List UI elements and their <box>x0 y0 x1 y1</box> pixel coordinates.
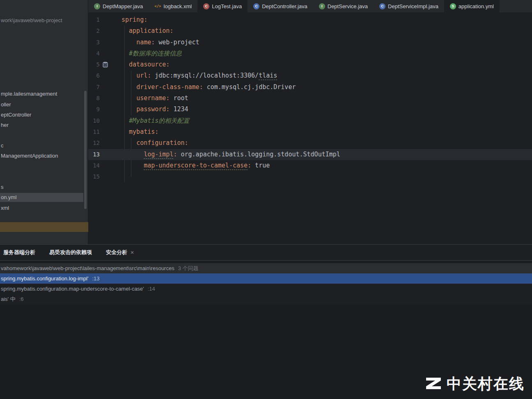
token <box>122 50 129 57</box>
problem-row[interactable]: ais' 中:6 <box>0 294 532 304</box>
code-line-8[interactable]: 8 username: root <box>88 93 532 104</box>
tab-label: LogTest.java <box>212 3 242 9</box>
code-line-13[interactable]: 13 log-impl: org.apache.ibatis.logging.s… <box>88 149 532 160</box>
code-text: username: root <box>111 93 188 104</box>
sidebar-item[interactable]: on.yml <box>0 193 83 202</box>
sidebar-item[interactable]: xml <box>0 204 88 213</box>
code-line-14[interactable]: 14 map-underscore-to-camel-case: true <box>88 160 532 171</box>
token: com.mysql.cj.jdbc.Driver <box>203 83 296 91</box>
tab-DeptMapper.java[interactable]: IDeptMapper.java <box>88 0 149 12</box>
token <box>122 139 136 147</box>
sidebar-item[interactable]: eptController <box>0 110 88 119</box>
token: spring: <box>122 16 147 23</box>
tab-label: logback.xml <box>164 3 192 9</box>
code-text: log-impl: org.apache.ibatis.logging.stdo… <box>111 149 340 160</box>
code-line-4[interactable]: 4 #数据库的连接信息 <box>88 48 532 59</box>
tab-label: DeptMapper.java <box>103 3 143 9</box>
underlined-token: map-underscore-to-camel-case <box>144 162 248 170</box>
problems-list: vahomework\javaweb\web-project\lailes-ma… <box>0 263 532 304</box>
code-text: #Mybatis的相关配置 <box>111 115 189 126</box>
sidebar-item[interactable]: s <box>0 183 88 192</box>
tab-DeptController.java[interactable]: CDeptController.java <box>248 0 313 12</box>
tab-LogTest.java[interactable]: CLogTest.java <box>197 0 248 12</box>
code-text: driver-class-name: com.mysql.cj.jdbc.Dri… <box>111 82 296 93</box>
editor-code-area[interactable]: 1spring:2 application:3 name: web-projec… <box>88 14 532 182</box>
problem-text: spring.mybatis.configuration.map-undersc… <box>1 286 144 292</box>
code-line-11[interactable]: 11 mybatis: <box>88 126 532 138</box>
line-number: 13 <box>88 149 100 160</box>
bottom-panel-tabs: 服务器端分析易受攻击的依赖项安全分析× <box>0 245 532 260</box>
sidebar-item[interactable]: her <box>0 121 88 130</box>
token: jdbc:mysql://localhost:3306/ <box>151 72 259 79</box>
code-line-3[interactable]: 3 name: web-project <box>88 37 532 48</box>
token: username: <box>136 94 170 102</box>
token: 1234 <box>170 105 188 113</box>
code-line-5[interactable]: 5 datasource: <box>88 59 532 70</box>
problem-text: spring.mybatis.configuration.log-impl' <box>1 275 88 282</box>
code-text: password: 1234 <box>111 104 188 115</box>
sidebar-highlight-bar[interactable] <box>0 222 88 232</box>
sidebar-item[interactable]: oller <box>0 100 88 109</box>
underlined-token: tlais <box>259 72 277 80</box>
code-line-7[interactable]: 7 driver-class-name: com.mysql.cj.jdbc.D… <box>88 82 532 93</box>
token: org.apache.ibatis.logging.stdout.StdOutI… <box>177 151 340 158</box>
interface-icon: I <box>319 3 325 9</box>
token <box>122 27 129 34</box>
tab-application.yml[interactable]: Sapplication.yml <box>444 0 500 12</box>
watermark: 中关村在线 <box>424 374 525 394</box>
spring-config-icon: S <box>450 3 456 9</box>
token: application: <box>129 27 173 34</box>
code-text: url: jdbc:mysql://localhost:3306/tlais <box>111 70 277 81</box>
code-text: application: <box>111 25 173 37</box>
code-line-6[interactable]: 6 url: jdbc:mysql://localhost:3306/tlais <box>88 70 532 81</box>
underlined-token: log-impl <box>144 151 173 159</box>
line-number: 14 <box>88 160 100 171</box>
tab-logback.xml[interactable]: </>logback.xml <box>149 0 197 12</box>
code-line-2[interactable]: 2 application: <box>88 25 532 37</box>
token: mybatis: <box>129 128 158 135</box>
problem-text: ais' 中 <box>1 296 16 302</box>
gutter-spacer <box>100 171 111 182</box>
editor[interactable]: 1spring:2 application:3 name: web-projec… <box>88 12 532 244</box>
code-line-10[interactable]: 10 #Mybatis的相关配置 <box>88 115 532 126</box>
watermark-brand-text: 中关村在线 <box>447 374 525 394</box>
panel-tab-安全分析[interactable]: 安全分析× <box>106 249 134 256</box>
token: driver-class-name: <box>136 83 203 91</box>
close-icon[interactable]: × <box>131 250 134 255</box>
panel-tab-label: 安全分析 <box>106 249 127 256</box>
token: #Mybatis的相关配置 <box>129 117 189 124</box>
gutter-spacer <box>100 25 111 37</box>
problems-group-row[interactable]: vahomework\javaweb\web-project\lailes-ma… <box>0 263 532 273</box>
line-number: 3 <box>88 37 100 48</box>
gutter-spacer <box>100 160 111 171</box>
code-line-12[interactable]: 12 configuration: <box>88 138 532 149</box>
gutter-spacer <box>100 37 111 48</box>
tab-DeptServiceImpl.java[interactable]: CDeptServiceImpl.java <box>374 0 444 12</box>
gutter-spacer <box>100 82 111 93</box>
code-line-9[interactable]: 9 password: 1234 <box>88 104 532 115</box>
sidebar-item[interactable]: mple.lailesmanagement <box>0 89 88 99</box>
xml-file-icon: </> <box>154 3 161 9</box>
tab-label: application.yml <box>459 3 494 9</box>
line-number: 4 <box>88 48 100 59</box>
tab-DeptService.java[interactable]: IDeptService.java <box>313 0 374 12</box>
panel-tab-服务器端分析[interactable]: 服务器端分析 <box>3 249 35 256</box>
sidebar-item[interactable]: ManagementApplication <box>0 151 88 161</box>
line-number: 9 <box>88 104 100 115</box>
interface-icon: I <box>94 3 100 9</box>
code-line-1[interactable]: 1spring: <box>88 14 532 25</box>
sidebar-item[interactable]: c <box>0 141 88 150</box>
gutter-spacer <box>100 149 111 160</box>
gutter-spacer <box>100 115 111 126</box>
panel-divider <box>0 260 532 261</box>
panel-tab-易受攻击的依赖项[interactable]: 易受攻击的依赖项 <box>49 249 92 256</box>
token <box>122 83 136 91</box>
problem-row[interactable]: spring.mybatis.configuration.map-undersc… <box>0 284 532 294</box>
tab-label: DeptController.java <box>262 3 307 9</box>
sidebar-scrollbar[interactable] <box>84 91 87 209</box>
line-number: 2 <box>88 25 100 37</box>
class-icon: C <box>379 3 385 9</box>
problem-row[interactable]: spring.mybatis.configuration.log-impl':1… <box>0 273 532 284</box>
code-line-15[interactable]: 15 <box>88 171 532 182</box>
project-tree: mple.lailesmanagementollereptControllerh… <box>0 0 88 244</box>
